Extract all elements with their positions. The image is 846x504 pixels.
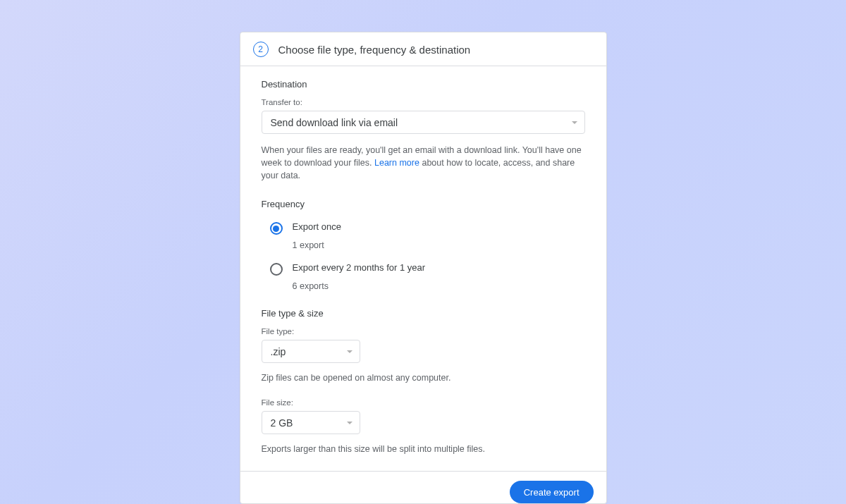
transfer-to-select[interactable]: Send download link via email [262, 111, 585, 134]
step-badge: 2 [253, 42, 269, 57]
caret-down-icon [347, 350, 352, 353]
card-header: 2 Choose file type, frequency & destinat… [240, 32, 606, 66]
create-export-button[interactable]: Create export [510, 481, 594, 503]
frequency-option-once-sub: 1 export [293, 240, 585, 250]
frequency-option-recurring[interactable]: Export every 2 months for 1 year [262, 259, 585, 276]
card-title: Choose file type, frequency & destinatio… [278, 44, 471, 56]
card-body: Destination Transfer to: Send download l… [240, 66, 606, 471]
file-size-note: Exports larger than this size will be sp… [262, 444, 585, 454]
file-type-label: File type: [262, 327, 585, 336]
caret-down-icon [572, 121, 577, 124]
frequency-option-once[interactable]: Export once [262, 218, 585, 235]
frequency-option-once-label: Export once [293, 221, 341, 232]
transfer-to-value: Send download link via email [271, 117, 398, 128]
filetype-section-title: File type & size [262, 308, 585, 319]
caret-down-icon [347, 422, 352, 424]
file-type-note: Zip files can be opened on almost any co… [262, 373, 585, 383]
file-size-select[interactable]: 2 GB [262, 411, 360, 434]
frequency-option-recurring-label: Export every 2 months for 1 year [293, 262, 426, 273]
card-footer: Create export [240, 471, 606, 504]
transfer-to-label: Transfer to: [262, 98, 585, 106]
file-size-label: File size: [262, 398, 585, 407]
frequency-section-title: Frequency [262, 199, 585, 209]
radio-icon [270, 263, 283, 276]
radio-icon [270, 222, 283, 235]
file-type-select[interactable]: .zip [262, 340, 360, 363]
export-settings-card: 2 Choose file type, frequency & destinat… [240, 32, 607, 504]
learn-more-link[interactable]: Learn more [374, 158, 419, 168]
destination-help-text: When your files are ready, you'll get an… [262, 144, 585, 182]
file-type-value: .zip [271, 346, 286, 357]
file-size-value: 2 GB [271, 417, 293, 429]
frequency-option-recurring-sub: 6 exports [293, 281, 585, 291]
destination-section-title: Destination [262, 79, 585, 90]
